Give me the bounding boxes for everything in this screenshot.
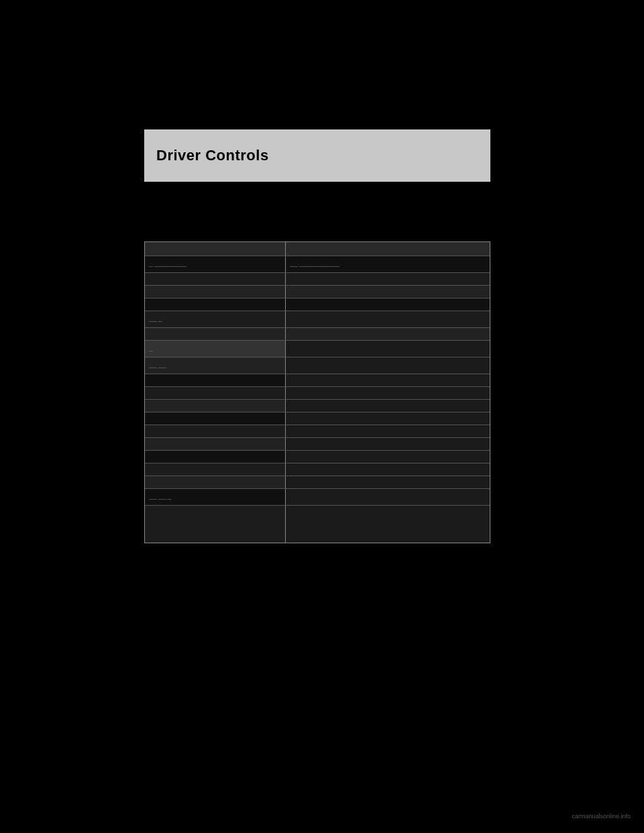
table-row: —— —— (145, 357, 490, 374)
table-row (145, 463, 490, 476)
table-row: — ———————— —— —————————— (145, 256, 490, 273)
cell-right (286, 425, 490, 437)
cell-right (286, 341, 490, 357)
table-row (145, 400, 490, 412)
cell-right (286, 311, 490, 327)
cell-content: — ———————— (149, 264, 186, 268)
cell-right (286, 242, 490, 256)
cell-right (286, 374, 490, 386)
cell-content: —— —— (149, 366, 166, 370)
cell-left: —— — (145, 311, 286, 327)
content-table: — ———————— —— —————————— —— — (144, 241, 490, 543)
cell-right (286, 506, 490, 543)
table-row (145, 412, 490, 425)
table-row (145, 286, 490, 298)
cell-right (286, 451, 490, 463)
table-row: —— —— — (145, 489, 490, 506)
cell-left (145, 298, 286, 311)
cell-right (286, 400, 490, 412)
cell-right (286, 286, 490, 298)
cell-left (145, 476, 286, 488)
page-title: Driver Controls (156, 147, 269, 164)
cell-left (145, 286, 286, 298)
cell-right (286, 463, 490, 476)
cell-right (286, 357, 490, 374)
cell-right (286, 273, 490, 285)
table-row (145, 374, 490, 387)
cell-right (286, 298, 490, 311)
cell-left (145, 242, 286, 256)
cell-right (286, 328, 490, 340)
cell-left (145, 463, 286, 476)
cell-left: — ———————— (145, 256, 286, 272)
cell-left (145, 425, 286, 437)
table-row (145, 476, 490, 489)
cell-left (145, 438, 286, 450)
cell-left: —— —— (145, 357, 286, 374)
cell-left (145, 506, 286, 543)
cell-right (286, 387, 490, 399)
cell-content: —— — (149, 319, 162, 323)
cell-left: —— —— — (145, 489, 286, 505)
table-row (145, 438, 490, 451)
table-row (145, 387, 490, 400)
table-row: — (145, 341, 490, 357)
cell-left (145, 400, 286, 412)
cell-left (145, 273, 286, 285)
cell-right (286, 412, 490, 425)
table-row (145, 506, 490, 543)
cell-left (145, 328, 286, 340)
cell-content: —— —————————— (290, 264, 339, 268)
cell-left (145, 374, 286, 386)
cell-right: —— —————————— (286, 256, 490, 272)
cell-right (286, 476, 490, 488)
cell-left (145, 451, 286, 463)
page-background: Driver Controls — ———————— —— —————————— (0, 0, 644, 833)
table-row (145, 451, 490, 463)
watermark: carmanualsonline.info (572, 813, 631, 820)
table-row (145, 242, 490, 256)
cell-left (145, 387, 286, 399)
table-row (145, 425, 490, 438)
cell-content: — (149, 349, 153, 353)
cell-right (286, 438, 490, 450)
table-row (145, 328, 490, 341)
table-row (145, 273, 490, 286)
header-banner: Driver Controls (144, 129, 490, 182)
cell-right (286, 489, 490, 505)
cell-content: —— —— — (149, 497, 171, 501)
cell-left (145, 412, 286, 425)
cell-left: — (145, 341, 286, 357)
table-row (145, 298, 490, 311)
table-row: —— — (145, 311, 490, 328)
watermark-text: carmanualsonline.info (572, 813, 631, 820)
